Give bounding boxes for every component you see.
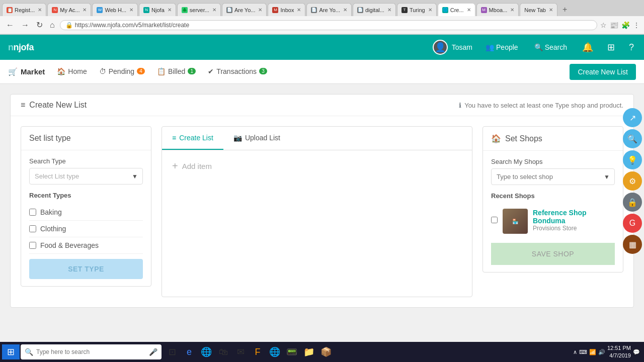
tab-close-icon[interactable]: ✕ (343, 7, 347, 13)
tab-digital[interactable]: 📄 digital... ✕ (353, 3, 396, 16)
shop-house-icon: 🏠 (491, 134, 501, 143)
left-panel-body: Search Type Select List type Baking Clot… (21, 150, 151, 286)
tab-label: server... (190, 7, 209, 13)
nav-user: 👤 Tosam (433, 40, 472, 55)
type-label-baking: Baking (40, 208, 62, 216)
side-share-button[interactable]: ↗ (623, 108, 642, 127)
market-label: Market (21, 67, 45, 76)
new-tab-button[interactable]: + (558, 3, 571, 16)
tab-areyou1[interactable]: 📄 Are Yo... ✕ (222, 3, 267, 16)
right-panel-header: 🏠 Set Shops (483, 127, 623, 151)
type-checkbox-baking[interactable] (29, 209, 36, 216)
tab-label: Njofa (151, 7, 165, 13)
transactions-label: Transactions (216, 67, 257, 75)
type-checkbox-food[interactable] (29, 242, 36, 249)
billed-label: Billed (168, 67, 185, 75)
refresh-button[interactable]: ↻ (34, 19, 45, 31)
side-grid-button[interactable]: ▦ (623, 235, 642, 254)
tab-close-icon[interactable]: ✕ (83, 7, 87, 13)
address-bar[interactable]: 🔒 https://www.njofa.com/v5/market/list/c… (60, 20, 597, 30)
tab-label: My Ac... (60, 7, 79, 13)
bookmark-icon[interactable]: ☆ (600, 21, 607, 29)
type-label-clothing: Clothing (40, 225, 66, 233)
tab-close-icon[interactable]: ✕ (387, 7, 391, 13)
side-buttons: ↗ 🔍 💡 ⚙ 🔒 G ▦ (621, 106, 644, 256)
search-nav-link[interactable]: 🔍 Search (531, 43, 570, 51)
forward-button[interactable]: → (19, 20, 31, 31)
tab-favicon: T (401, 7, 408, 13)
type-checkbox-clothing[interactable] (29, 225, 36, 232)
type-item-baking: Baking (29, 204, 143, 221)
back-button[interactable]: ← (4, 20, 16, 31)
shop-search-input[interactable] (491, 168, 615, 185)
tab-close-icon[interactable]: ✕ (129, 7, 133, 13)
set-type-button[interactable]: SET TYPE (29, 259, 143, 279)
tab-close-icon[interactable]: ✕ (38, 7, 42, 13)
tab-create-list[interactable]: ≡ Create List (162, 127, 223, 150)
create-list-tab-icon: ≡ (172, 134, 176, 142)
tab-close-icon[interactable]: ✕ (510, 7, 514, 13)
tab-inbox[interactable]: M Inbox ✕ (268, 3, 305, 16)
sub-nav-transactions[interactable]: ✔ Transactions 3 (203, 60, 272, 84)
tab-upload-list[interactable]: 📷 Upload List (223, 127, 290, 150)
tab-create-active[interactable]: 🌐 Cre... ✕ (438, 3, 475, 16)
tab-server[interactable]: 🌲 server... ✕ (177, 3, 221, 16)
extensions-icon[interactable]: 🧩 (621, 21, 630, 29)
home-label: Home (68, 67, 87, 75)
reading-mode-icon[interactable]: 📰 (610, 21, 618, 29)
upload-list-tab-label: Upload List (245, 134, 280, 142)
tab-njofa[interactable]: N Njofa ✕ (139, 3, 176, 16)
save-shop-button[interactable]: SAVE SHOP (491, 243, 615, 265)
pending-icon: ⏱ (99, 67, 106, 75)
tab-close-icon[interactable]: ✕ (297, 7, 301, 13)
middle-panel-body: + Add item (162, 150, 472, 182)
tab-newtab[interactable]: New Tab ✕ (520, 3, 557, 16)
shop-select-wrapper: ▼ (491, 168, 615, 185)
tab-close-icon[interactable]: ✕ (428, 7, 432, 13)
notification-bell-icon[interactable]: 🔔 (580, 42, 595, 53)
sub-brand: 🛒 Market (8, 67, 45, 76)
tab-close-icon[interactable]: ✕ (258, 7, 262, 13)
grid-menu-icon[interactable]: ⊞ (605, 42, 617, 53)
sub-nav-home[interactable]: 🏠 Home (52, 60, 92, 84)
tab-webh[interactable]: W Web H... ✕ (92, 3, 138, 16)
tab-close-icon[interactable]: ✕ (212, 7, 216, 13)
side-idea-button[interactable]: 💡 (623, 150, 642, 169)
tab-favicon: 📋 (7, 7, 13, 13)
add-item-row[interactable]: + Add item (172, 160, 462, 172)
tab-close-icon[interactable]: ✕ (168, 7, 172, 13)
tab-mboa[interactable]: M Mboa... ✕ (476, 3, 519, 16)
people-nav-link[interactable]: 👥 People (482, 43, 521, 51)
sub-navbar: 🛒 Market 🏠 Home ⏱ Pending 4 📋 Billed 1 ✔… (0, 60, 644, 84)
tab-close-icon[interactable]: ✕ (467, 7, 471, 13)
sub-nav-pending[interactable]: ⏱ Pending 4 (94, 60, 150, 84)
search-type-label: Search Type (29, 157, 143, 165)
url-display: https://www.njofa.com/v5/market/list/cre… (75, 22, 592, 29)
side-lock-button[interactable]: 🔒 (623, 193, 642, 212)
page-title: Create New List (29, 101, 87, 110)
tab-label: digital... (365, 7, 384, 13)
page-card-header: ≡ Create New List ℹ You have to select a… (11, 95, 633, 116)
tab-register[interactable]: 📋 Regist... ✕ (2, 3, 46, 16)
tab-close-icon[interactable]: ✕ (549, 7, 553, 13)
recent-shops-title: Recent Shops (491, 192, 615, 200)
help-icon[interactable]: ? (627, 42, 636, 53)
list-type-select[interactable]: Select List type Baking Clothing Food & … (29, 168, 143, 185)
home-button[interactable]: ⌂ (48, 20, 57, 31)
tab-favicon: 📄 (311, 7, 317, 13)
tab-areyou2[interactable]: 📄 Are Yo... ✕ (306, 3, 352, 16)
shop-checkbox-reference[interactable] (491, 217, 498, 223)
menu-icon[interactable]: ⋮ (633, 21, 640, 29)
create-new-list-button[interactable]: Create New List (570, 64, 636, 80)
side-settings-button[interactable]: ⚙ (623, 171, 642, 191)
address-icons: ☆ 📰 🧩 ⋮ (600, 21, 640, 29)
panels-container: Set list type Search Type Select List ty… (11, 116, 633, 307)
tab-turing[interactable]: T Turing ✕ (397, 3, 437, 16)
list-icon: ≡ (21, 101, 25, 110)
tab-myac[interactable]: N My Ac... ✕ (47, 3, 91, 16)
side-google-button[interactable]: G (623, 214, 642, 233)
pending-badge: 4 (137, 68, 145, 74)
middle-panel: ≡ Create List 📷 Upload List + Add item (162, 126, 472, 297)
side-search-button[interactable]: 🔍 (623, 129, 642, 148)
sub-nav-billed[interactable]: 📋 Billed 1 (152, 60, 201, 84)
